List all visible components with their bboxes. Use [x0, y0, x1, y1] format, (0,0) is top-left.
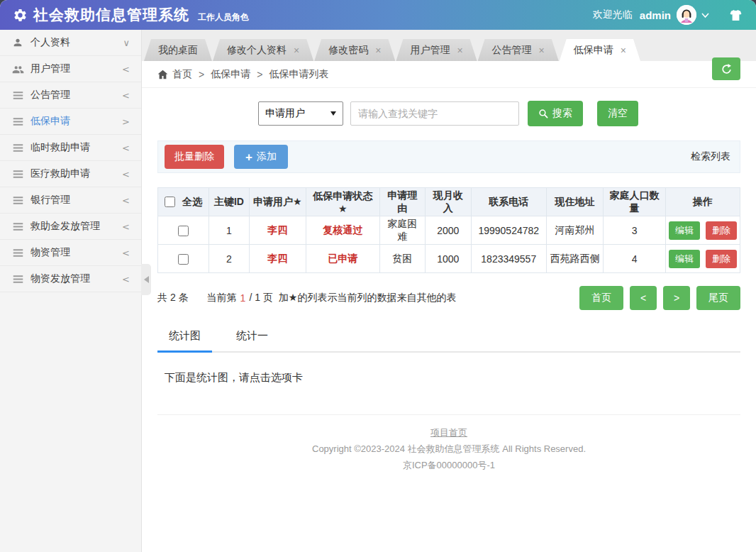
tab-user-management[interactable]: 用户管理 ×: [396, 39, 477, 61]
row-checkbox[interactable]: [178, 226, 189, 236]
select-all-label: 全选: [182, 196, 202, 207]
prev-page-button[interactable]: <: [630, 286, 657, 310]
current-page: 1: [240, 292, 246, 304]
col-header-id: 主键ID: [209, 188, 249, 216]
search-button[interactable]: 搜索: [528, 101, 583, 126]
delete-button[interactable]: 删除: [706, 250, 737, 268]
breadcrumb-home[interactable]: 首页: [157, 68, 192, 81]
app-window: 社会救助信息管理系统 工作人员角色 欢迎光临 admin: [0, 0, 756, 552]
avatar[interactable]: [677, 5, 696, 25]
cell-id: 1: [209, 216, 249, 245]
list-icon: [11, 117, 24, 126]
select-all-checkbox[interactable]: [165, 197, 175, 207]
sidebar: 个人资料 ∨ 用户管理 < 公告管理 < 低保: [0, 30, 142, 552]
chevron-left-icon: <: [122, 64, 130, 74]
chevron-left-icon: <: [122, 90, 130, 101]
sidebar-item-label: 个人资料: [30, 36, 70, 49]
add-button[interactable]: + 添加: [234, 145, 288, 169]
stats-hint-text: 下面是统计图，请点击选项卡: [157, 371, 740, 385]
brand: 社会救助信息管理系统 工作人员角色: [13, 5, 249, 25]
refresh-icon: [721, 63, 733, 75]
table-row: 1 李四 复核通过 家庭困难 2000 19990524782 河南郑州 3 编…: [158, 216, 740, 245]
tab-stats-one[interactable]: 统计一: [225, 321, 279, 353]
chevron-left-icon: <: [122, 195, 130, 206]
breadcrumb-section[interactable]: 低保申请: [211, 68, 250, 81]
tab-label: 我的桌面: [158, 44, 198, 57]
sidebar-item-announcements[interactable]: 公告管理 <: [0, 82, 141, 109]
first-page-button[interactable]: 首页: [579, 286, 623, 310]
tshirt-icon[interactable]: [728, 9, 743, 21]
sidebar-item-bank-management[interactable]: 银行管理 <: [0, 187, 141, 214]
select-caret-icon: [330, 111, 336, 116]
list-icon: [11, 91, 24, 100]
sidebar-item-temporary-assistance[interactable]: 临时救助申请 <: [0, 135, 141, 161]
sidebar-item-supplies-management[interactable]: 物资管理 <: [0, 240, 141, 266]
list-icon: [11, 170, 24, 179]
refresh-button[interactable]: [712, 57, 740, 80]
plus-icon: +: [245, 151, 252, 163]
col-header-actions: 操作: [666, 188, 740, 216]
sidebar-collapse-handle[interactable]: [141, 264, 151, 295]
app-title: 社会救助信息管理系统: [33, 5, 189, 25]
welcome-text: 欢迎光临: [593, 9, 633, 21]
sidebar-item-users[interactable]: 用户管理 <: [0, 56, 141, 82]
chevron-left-icon: <: [122, 274, 130, 285]
close-icon[interactable]: ×: [294, 45, 299, 55]
sidebar-item-supplies-distribution[interactable]: 物资发放管理 <: [0, 266, 141, 292]
edit-button[interactable]: 编辑: [669, 221, 700, 240]
tab-label: 公告管理: [492, 44, 532, 57]
delete-button[interactable]: 删除: [706, 221, 737, 240]
role-label: 工作人员角色: [198, 11, 249, 23]
sidebar-item-profile[interactable]: 个人资料 ∨: [0, 30, 141, 56]
sidebar-item-label: 低保申请: [30, 115, 70, 128]
chevron-down-icon[interactable]: [701, 11, 710, 19]
cell-id: 2: [209, 245, 249, 273]
cell-family: 3: [604, 216, 666, 245]
sidebar-item-subsistence-application[interactable]: 低保申请 >: [0, 109, 141, 135]
edit-button[interactable]: 编辑: [669, 250, 700, 268]
close-icon[interactable]: ×: [457, 45, 462, 55]
sidebar-item-medical-assistance[interactable]: 医疗救助申请 <: [0, 161, 141, 187]
last-page-button[interactable]: 尾页: [696, 286, 740, 310]
tab-label: 低保申请: [574, 44, 613, 57]
collapse-arrow-icon: [144, 276, 149, 283]
cell-address: 西苑路西侧: [546, 245, 603, 273]
cell-address: 河南郑州: [546, 216, 603, 245]
user-icon: [11, 37, 24, 48]
tab-stats-chart[interactable]: 统计图: [157, 321, 212, 353]
project-home-link[interactable]: 项目首页: [430, 427, 467, 438]
sidebar-item-label: 用户管理: [30, 62, 70, 75]
cell-phone: 1823349557: [471, 245, 546, 273]
username: admin: [640, 9, 671, 21]
tab-announcement-management[interactable]: 公告管理 ×: [478, 39, 559, 61]
close-icon[interactable]: ×: [375, 45, 381, 55]
tab-my-desktop[interactable]: 我的桌面: [144, 39, 212, 61]
sidebar-item-label: 临时救助申请: [30, 141, 90, 154]
search-bar: 申请用户 搜索 清空: [258, 101, 740, 126]
batch-delete-button[interactable]: 批量删除: [165, 145, 224, 169]
search-icon: [538, 109, 548, 118]
tab-edit-profile[interactable]: 修改个人资料 ×: [213, 39, 313, 61]
clear-button[interactable]: 清空: [597, 101, 638, 126]
cell-reason: 贫困: [379, 245, 425, 273]
tab-label: 用户管理: [410, 44, 450, 57]
sidebar-item-grant-distribution[interactable]: 救助金发放管理 <: [0, 214, 141, 240]
sidebar-item-label: 物资发放管理: [30, 272, 90, 285]
search-field-select[interactable]: 申请用户: [258, 101, 343, 126]
close-icon[interactable]: ×: [539, 45, 545, 55]
tab-change-password[interactable]: 修改密码 ×: [314, 39, 395, 61]
cell-phone: 19990524782: [471, 216, 546, 245]
selected-option: 申请用户: [265, 107, 305, 120]
close-icon[interactable]: ×: [621, 45, 626, 55]
next-page-button[interactable]: >: [663, 286, 690, 310]
tab-subsistence-application[interactable]: 低保申请 ×: [560, 39, 640, 61]
search-input[interactable]: [350, 101, 519, 126]
sidebar-item-label: 医疗救助申请: [30, 167, 90, 180]
row-checkbox[interactable]: [178, 254, 189, 265]
cell-user: 李四: [249, 216, 306, 245]
list-icon: [11, 196, 24, 205]
chevron-left-icon: <: [122, 169, 130, 180]
applications-table: 全选 主键ID 申请用户★ 低保申请状态★ 申请理由 现月收入 联系电话 现住地…: [157, 187, 740, 273]
tab-label: 修改个人资料: [227, 44, 287, 57]
list-icon: [11, 275, 24, 284]
